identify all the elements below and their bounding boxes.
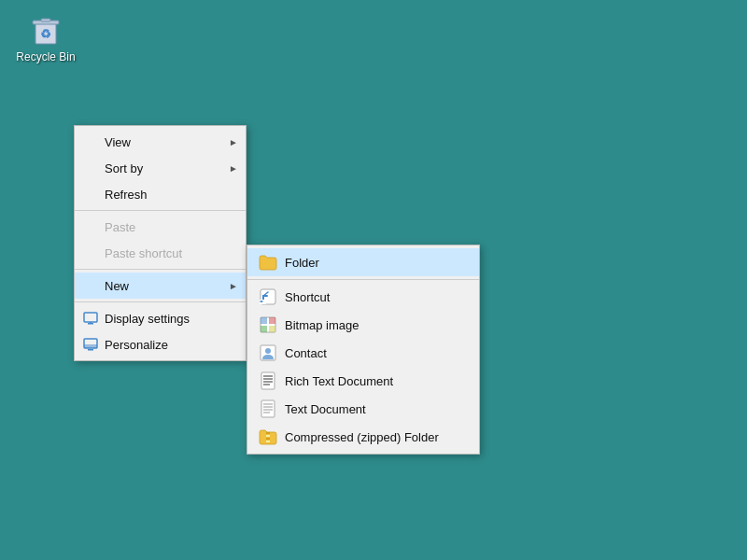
folder-icon (259, 253, 277, 272)
contact-icon (259, 343, 277, 362)
paste-shortcut-label: Paste shortcut (105, 246, 219, 260)
menu-item-paste[interactable]: Paste (75, 214, 246, 240)
menu-item-view[interactable]: View ► (75, 129, 246, 155)
svg-rect-16 (269, 326, 275, 332)
view-arrow: ► (229, 137, 238, 147)
new-icon (82, 277, 99, 294)
paste-shortcut-icon (82, 245, 99, 261)
menu-item-paste-shortcut[interactable]: Paste shortcut (75, 240, 246, 266)
svg-rect-14 (269, 317, 275, 324)
svg-rect-15 (261, 326, 267, 332)
rich-text-label: Rich Text Document (285, 374, 393, 388)
svg-rect-5 (88, 323, 93, 325)
new-arrow: ► (229, 281, 238, 291)
text-doc-label: Text Document (285, 402, 366, 416)
compressed-label: Compressed (zipped) Folder (285, 430, 439, 444)
svg-rect-8 (84, 344, 97, 348)
submenu-item-rich-text[interactable]: Rich Text Document (247, 367, 479, 395)
svg-rect-2 (41, 19, 50, 21)
recycle-bin-icon: ♻ (27, 9, 64, 47)
folder-label: Folder (285, 256, 319, 270)
menu-item-personalize[interactable]: Personalize (75, 331, 246, 357)
separator-1 (75, 210, 246, 211)
view-icon (82, 133, 99, 150)
new-label: New (105, 279, 219, 293)
svg-rect-29 (266, 432, 270, 434)
refresh-label: Refresh (105, 188, 219, 202)
svg-point-18 (265, 348, 271, 354)
svg-rect-19 (261, 372, 275, 389)
shortcut-label: Shortcut (285, 290, 330, 304)
personalize-icon (82, 336, 99, 353)
menu-item-sort[interactable]: Sort by ► (75, 155, 246, 181)
submenu-item-compressed[interactable]: Compressed (zipped) Folder (247, 423, 479, 451)
text-doc-icon (259, 399, 277, 418)
display-settings-label: Display settings (105, 312, 219, 326)
submenu-item-bitmap[interactable]: Bitmap image (247, 311, 479, 339)
submenu-item-folder[interactable]: Folder (247, 248, 479, 276)
sort-label: Sort by (105, 161, 219, 175)
menu-item-display-settings[interactable]: Display settings (75, 305, 246, 331)
bitmap-icon (259, 315, 277, 334)
rich-text-icon (259, 371, 277, 390)
svg-rect-31 (266, 438, 270, 440)
paste-icon (82, 218, 99, 235)
new-separator-1 (247, 279, 479, 280)
svg-rect-24 (261, 400, 275, 417)
paste-label: Paste (105, 220, 219, 234)
svg-rect-13 (261, 317, 267, 324)
submenu-item-contact[interactable]: Contact (247, 339, 479, 367)
refresh-icon (82, 186, 99, 203)
new-submenu: Folder Shortcut Bitmap image (247, 245, 480, 455)
display-settings-icon (82, 310, 99, 327)
compressed-icon (259, 427, 277, 446)
menu-item-refresh[interactable]: Refresh (75, 181, 246, 207)
main-context-menu: View ► Sort by ► Refresh Paste Paste sho… (74, 125, 247, 361)
personalize-label: Personalize (105, 338, 219, 352)
svg-rect-32 (266, 441, 270, 442)
submenu-item-shortcut[interactable]: Shortcut (247, 283, 479, 311)
shortcut-icon (259, 287, 277, 306)
separator-3 (75, 301, 246, 302)
bitmap-label: Bitmap image (285, 318, 359, 332)
menu-item-new[interactable]: New ► (75, 273, 246, 299)
separator-2 (75, 269, 246, 270)
view-label: View (105, 135, 219, 149)
svg-rect-30 (266, 435, 270, 437)
recycle-bin-label: Recycle Bin (16, 50, 75, 63)
sort-icon (82, 160, 99, 176)
sort-arrow: ► (229, 163, 238, 174)
svg-rect-9 (88, 349, 93, 351)
contact-label: Contact (285, 346, 327, 360)
svg-text:♻: ♻ (40, 27, 51, 41)
submenu-item-text-doc[interactable]: Text Document (247, 395, 479, 423)
recycle-bin-desktop-icon[interactable]: ♻ Recycle Bin (13, 9, 78, 63)
svg-rect-4 (84, 313, 97, 322)
